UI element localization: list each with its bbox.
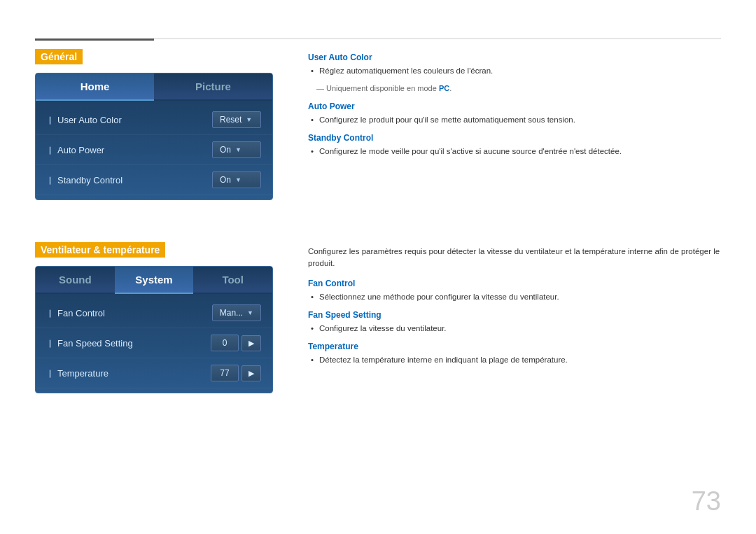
desc-bullet-standby-control: Configurez le mode veille pour qu'il s'a… [308, 146, 721, 157]
general-section-title: Général [35, 49, 83, 64]
item-label-fan-speed-setting: Fan Speed Setting [57, 338, 211, 349]
arrow-right-fan-speed[interactable]: ▶ [241, 335, 261, 351]
chevron-down-icon: ▼ [235, 176, 241, 183]
dropdown-auto-power[interactable]: On ▼ [212, 141, 261, 158]
item-indicator: ❙ [47, 146, 53, 155]
tab-system[interactable]: System [115, 267, 194, 294]
desc-title-auto-power: Auto Power [308, 101, 721, 111]
item-label-user-auto-color: User Auto Color [57, 115, 212, 125]
general-menu-items: ❙ User Auto Color Reset ▼ ❙ [36, 101, 272, 199]
value-temperature: 77 [211, 365, 239, 381]
vent-section-title: Ventilateur & température [35, 242, 165, 258]
item-control-auto-power: On ▼ [212, 141, 261, 158]
vent-intro-text: Configurez les paramètres requis pour dé… [308, 246, 721, 270]
item-control-standby-control: On ▼ [212, 171, 261, 188]
menu-item-auto-power: ❙ Auto Power On ▼ [36, 135, 272, 165]
general-menu-panel: Home Picture ❙ User Auto Color [35, 73, 273, 200]
value-fan-speed: 0 [211, 335, 239, 351]
desc-bullet-auto-power: Configurez le produit pour qu'il se mett… [308, 114, 721, 126]
item-indicator: ❙ [47, 369, 53, 378]
menu-item-fan-speed-setting: ❙ Fan Speed Setting 0 ▶ [36, 328, 272, 358]
item-control-fan-speed: 0 ▶ [211, 335, 261, 351]
vent-menu-items: ❙ Fan Control Man... ▼ ❙ [36, 294, 272, 393]
arrow-right-temperature[interactable]: ▶ [241, 365, 261, 381]
dropdown-standby-control[interactable]: On ▼ [212, 171, 261, 188]
vent-tabs: Sound System Tool [36, 267, 272, 294]
chevron-down-icon: ▼ [235, 146, 241, 153]
menu-item-user-auto-color: ❙ User Auto Color Reset ▼ [36, 105, 272, 135]
item-label-auto-power: Auto Power [57, 145, 212, 155]
desc-bullet-user-auto-color: Réglez automatiquement les couleurs de l… [308, 65, 721, 77]
desc-title-fan-speed-setting: Fan Speed Setting [308, 310, 721, 320]
desc-user-auto-color: User Auto Color Réglez automatiquement l… [308, 52, 721, 94]
vent-menu-panel: Sound System Tool ❙ [35, 266, 273, 393]
desc-bullet-fan-control: Sélectionnez une méthode pour configurer… [308, 291, 721, 303]
item-indicator: ❙ [47, 339, 53, 348]
item-indicator: ❙ [47, 176, 53, 185]
item-label-fan-control: Fan Control [57, 308, 212, 318]
item-indicator: ❙ [47, 115, 53, 125]
desc-fan-speed-setting: Fan Speed Setting Configurez la vitesse … [308, 310, 721, 335]
desc-standby-control: Standby Control Configurez le mode veill… [308, 133, 721, 157]
item-label-standby-control: Standby Control [57, 175, 212, 185]
item-control-fan-control: Man... ▼ [212, 304, 261, 321]
desc-sub-user-auto-color: ― Uniquement disponible en mode PC. [308, 83, 721, 94]
desc-title-fan-control: Fan Control [308, 279, 721, 288]
item-control-user-auto-color: Reset ▼ [212, 111, 261, 128]
tab-home[interactable]: Home [36, 73, 154, 101]
vent-descriptions: Configurez les paramètres requis pour dé… [308, 242, 721, 393]
desc-auto-power: Auto Power Configurez le produit pour qu… [308, 101, 721, 126]
desc-fan-control: Fan Control Sélectionnez une méthode pou… [308, 279, 721, 303]
item-label-temperature: Temperature [57, 368, 211, 379]
item-control-temperature: 77 ▶ [211, 365, 261, 381]
desc-title-user-auto-color: User Auto Color [308, 52, 721, 62]
menu-item-fan-control: ❙ Fan Control Man... ▼ [36, 298, 272, 328]
pc-link: PC [439, 84, 449, 92]
menu-item-standby-control: ❙ Standby Control On ▼ [36, 165, 272, 195]
dropdown-user-auto-color[interactable]: Reset ▼ [212, 111, 261, 128]
desc-title-temperature: Temperature [308, 342, 721, 351]
page-number: 73 [692, 486, 721, 517]
desc-temperature: Temperature Détectez la température inte… [308, 342, 721, 366]
tab-tool[interactable]: Tool [193, 267, 272, 294]
tab-sound[interactable]: Sound [36, 267, 115, 294]
desc-title-standby-control: Standby Control [308, 133, 721, 143]
menu-item-temperature: ❙ Temperature 77 ▶ [36, 358, 272, 388]
tab-picture[interactable]: Picture [154, 73, 272, 101]
desc-bullet-temperature: Détectez la température interne en indiq… [308, 354, 721, 366]
item-indicator: ❙ [47, 309, 53, 318]
chevron-down-icon: ▼ [247, 309, 253, 316]
dropdown-fan-control[interactable]: Man... ▼ [212, 304, 261, 321]
chevron-down-icon: ▼ [246, 116, 252, 123]
desc-bullet-fan-speed-setting: Configurez la vitesse du ventilateur. [308, 323, 721, 335]
general-descriptions: User Auto Color Réglez automatiquement l… [308, 49, 721, 200]
general-tabs: Home Picture [36, 73, 272, 101]
